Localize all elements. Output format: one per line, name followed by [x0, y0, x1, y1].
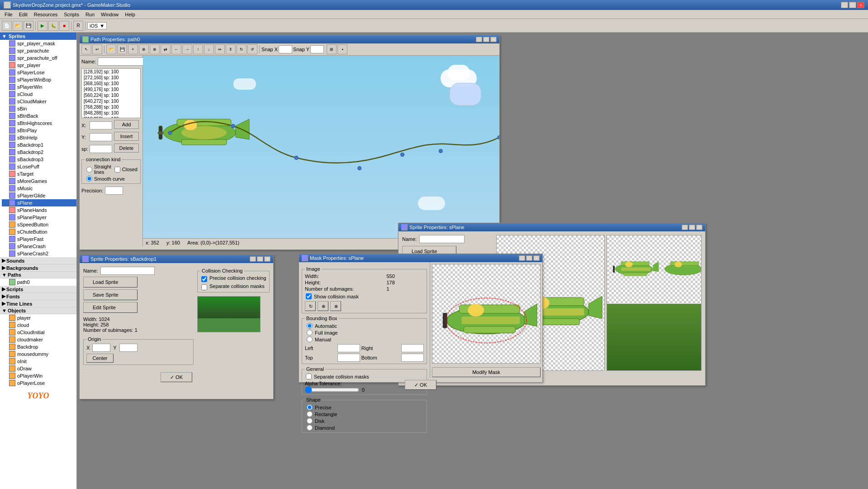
sprite-plane-min[interactable]: _	[682, 225, 688, 230]
closed-checkbox[interactable]	[114, 167, 120, 173]
sidebar-item-spr_parachute_off[interactable]: spr_parachute_off	[2, 54, 76, 62]
path-sp-input[interactable]: 100	[90, 145, 112, 153]
path-x-input[interactable]: 1040	[90, 121, 112, 129]
sidebar-item-sPlane[interactable]: sPlane	[2, 199, 76, 206]
origin-y-input[interactable]: 223	[119, 344, 138, 352]
path-tool-grid[interactable]: ⊞	[327, 44, 337, 54]
new-btn[interactable]: 📄	[2, 21, 12, 31]
menu-run[interactable]: Run	[83, 11, 97, 18]
sidebar-item-sPlayerGlide[interactable]: sPlayerGlide	[2, 192, 76, 199]
menu-edit[interactable]: Edit	[16, 11, 30, 18]
path-canvas[interactable]: x: 352 y: 160 Area: (0,0)->(1027,551)	[143, 56, 499, 246]
path-tool-mirror-v[interactable]: ⇕	[226, 44, 236, 54]
path-tool-shift-right[interactable]: →	[182, 44, 192, 54]
resource-btn[interactable]: R	[73, 21, 83, 31]
coord-1[interactable]: [272,160] sp: 100	[82, 75, 140, 81]
sprite-backdrop-close[interactable]: ×	[264, 256, 270, 262]
bbox-top-input[interactable]: 0	[337, 354, 360, 362]
debug-btn[interactable]: 🐛	[48, 21, 58, 31]
rect-shape-rb[interactable]	[307, 411, 313, 417]
sidebar-item-oPlayerWin[interactable]: oPlayerWin	[2, 372, 76, 379]
menu-window[interactable]: Window	[98, 11, 121, 18]
coord-0[interactable]: [128,192] sp: 100	[82, 69, 140, 75]
path-y-input[interactable]: 224	[90, 133, 112, 141]
sidebar-item-sBtnHelp[interactable]: sBtnHelp	[2, 134, 76, 141]
coord-3[interactable]: [490,176] sp: 100	[82, 86, 140, 92]
sidebar-item-player[interactable]: player	[2, 314, 76, 321]
delete-btn[interactable]: Delete	[114, 144, 139, 153]
mask-ok-btn[interactable]: ✓ OK	[405, 380, 436, 390]
menu-resources[interactable]: Resources	[31, 11, 61, 18]
sidebar-item-sPlaneCrash2[interactable]: sPlaneCrash2	[2, 250, 76, 257]
sidebar-section-paths[interactable]: ▼ Paths	[0, 272, 76, 278]
sprite-backdrop-ok-btn[interactable]: ✓ OK	[161, 372, 192, 382]
mask-max[interactable]: □	[526, 255, 532, 261]
sidebar-section-objects[interactable]: ▼ Objects	[0, 307, 76, 314]
precise-cb[interactable]	[201, 276, 207, 282]
sidebar-item-sPlaneHands[interactable]: sPlaneHands	[2, 206, 76, 214]
menu-help[interactable]: Help	[122, 11, 138, 18]
alpha-slider[interactable]	[305, 387, 359, 393]
sidebar-section-backgrounds[interactable]: ▶ Backgrounds	[0, 264, 76, 272]
path-tool-rotate-ccw[interactable]: ↺	[247, 44, 257, 54]
smooth-curve-radio[interactable]	[86, 176, 92, 182]
load-sprite-btn[interactable]: Load Sprite	[83, 277, 138, 288]
path-tool-insert-point[interactable]: ⊕	[139, 44, 149, 54]
coord-7[interactable]: [848,288] sp: 100	[82, 110, 140, 116]
separate-masks-cb[interactable]	[306, 374, 312, 379]
path-tool-save[interactable]: 💾	[117, 44, 127, 54]
sidebar-item-sPlayerLose[interactable]: sPlayerLose	[2, 69, 76, 76]
stop-btn[interactable]: ■	[59, 21, 69, 31]
sprite-backdrop-min[interactable]: _	[250, 256, 256, 262]
insert-btn[interactable]: Insert	[114, 132, 139, 141]
sprite-plane-max[interactable]: □	[689, 225, 695, 230]
sidebar-item-sPlayerFast[interactable]: sPlayerFast	[2, 235, 76, 243]
show-collision-cb[interactable]	[306, 293, 312, 299]
sidebar-section-timelines[interactable]: ▶ Time Lines	[0, 300, 76, 307]
path-tool-shift-down[interactable]: ↓	[204, 44, 214, 54]
path-tool-cursor[interactable]: ↖	[81, 44, 91, 54]
sidebar-item-sTarget[interactable]: sTarget	[2, 170, 76, 177]
path-tool-delete-point[interactable]: ⊗	[150, 44, 160, 54]
sidebar-section-scripts[interactable]: ▶ Scripts	[0, 286, 76, 293]
sidebar-item-sCloud[interactable]: sCloud	[2, 91, 76, 98]
sidebar-item-spr_player_mask[interactable]: spr_player_mask	[2, 40, 76, 47]
full-image-rb[interactable]	[307, 330, 313, 336]
mask-btn-2[interactable]: ⊕	[318, 301, 328, 311]
edit-sprite-btn[interactable]: Edit Sprite	[83, 302, 138, 313]
sidebar-item-sPlanePlayer[interactable]: sPlanePlayer	[2, 214, 76, 221]
save-sprite-btn[interactable]: Save Sprite	[83, 289, 138, 300]
snap-x-input[interactable]: 16	[279, 45, 292, 53]
sidebar-item-cloudmaker[interactable]: cloudmaker	[2, 336, 76, 343]
sprite-backdrop-max[interactable]: □	[257, 256, 263, 262]
sidebar-item-spr_parachute[interactable]: spr_parachute	[2, 47, 76, 54]
sidebar-item-sPlaneCrash[interactable]: sPlaneCrash	[2, 243, 76, 250]
sidebar-header-sprites[interactable]: ▼ Sprites	[0, 33, 76, 40]
auto-rb[interactable]	[307, 323, 313, 329]
sidebar-item-sPlayerWin[interactable]: sPlayerWin	[2, 83, 76, 91]
path-tool-shift-left[interactable]: ←	[171, 44, 181, 54]
sidebar-item-sSpeedButton[interactable]: sSpeedButton	[2, 221, 76, 228]
sprite-backdrop-name-input[interactable]: sBackdrop1	[100, 267, 155, 275]
sidebar-item-sLosePuff[interactable]: sLosePuff	[2, 163, 76, 170]
coord-2[interactable]: [368,160] sp: 100	[82, 81, 140, 86]
precision-input[interactable]: 4	[105, 187, 123, 195]
sidebar-item-sBtnPlay[interactable]: sBtnPlay	[2, 127, 76, 134]
sidebar-item-sBackdrop1[interactable]: sBackdrop1	[2, 141, 76, 149]
path-maximize-btn[interactable]: □	[483, 37, 489, 42]
path-minimize-btn[interactable]: _	[476, 37, 482, 42]
sidebar-item-sMusic[interactable]: sMusic	[2, 185, 76, 192]
sidebar-item-oPlayerLose[interactable]: oPlayerLose	[2, 379, 76, 387]
bbox-bottom-input[interactable]: 177	[401, 354, 424, 362]
path-tool-mirror-h[interactable]: ⇔	[215, 44, 225, 54]
sidebar-item-cloud[interactable]: cloud	[2, 321, 76, 329]
play-btn[interactable]: ▶	[38, 21, 47, 31]
mask-min[interactable]: _	[519, 255, 525, 261]
sidebar-item-sMoreGames[interactable]: sMoreGames	[2, 177, 76, 185]
straight-lines-radio[interactable]	[86, 167, 92, 173]
path-tool-add-point[interactable]: +	[128, 44, 138, 54]
menu-file[interactable]: File	[2, 11, 15, 18]
mask-btn-3[interactable]: ⊗	[330, 301, 341, 311]
manual-rb[interactable]	[307, 336, 313, 342]
sidebar-item-sBackdrop2[interactable]: sBackdrop2	[2, 149, 76, 156]
